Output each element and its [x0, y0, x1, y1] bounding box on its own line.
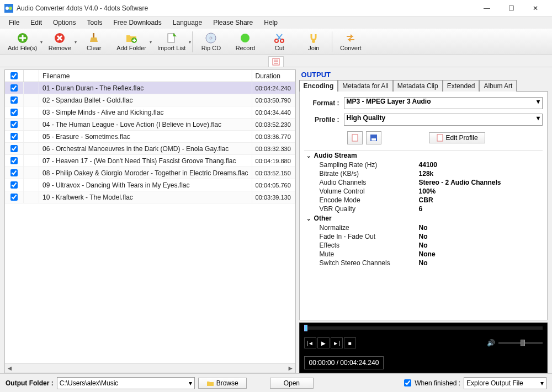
toolbar-convert[interactable]: Convert	[333, 31, 368, 52]
toolbar-add-folder[interactable]: Add Folder▾	[111, 31, 152, 52]
tab-metadata-all[interactable]: Metadata for All	[338, 80, 392, 92]
header-checkbox[interactable]	[5, 70, 24, 82]
volume-slider[interactable]	[498, 342, 543, 344]
toolbar-separator	[192, 31, 193, 52]
volume-icon: 🔊	[487, 339, 495, 347]
table-row[interactable]: 06 - Orchestral Manoeuvres in the Dark (…	[5, 143, 295, 155]
toolbar-rip-cd[interactable]: Rip CD	[194, 31, 228, 52]
when-finished-label: When finished :	[415, 379, 460, 387]
prop-section-header[interactable]: ⌄Audio Stream	[304, 151, 543, 160]
toolbar-record[interactable]: Record	[228, 31, 262, 52]
menu-options[interactable]: Options	[49, 18, 80, 28]
prop-row[interactable]: Encode ModeCBR	[304, 196, 543, 205]
toolbar-remove[interactable]: Remove▾	[43, 31, 77, 52]
row-checkbox[interactable]	[5, 94, 24, 106]
prop-key: Encode Mode	[320, 196, 419, 204]
toolbar-add-files[interactable]: Add File(s)▾	[2, 31, 43, 52]
table-row[interactable]: 09 - Ultravox - Dancing With Tears in My…	[5, 179, 295, 191]
row-checkbox[interactable]	[5, 119, 24, 130]
prop-row[interactable]: EffectsNo	[304, 241, 543, 250]
tab-extended[interactable]: Extended	[443, 80, 480, 92]
minimize-button[interactable]: —	[475, 0, 499, 17]
toolbar-join[interactable]: Join	[296, 31, 331, 52]
menu-help[interactable]: Help	[259, 18, 282, 28]
tab-encoding[interactable]: Encoding	[299, 80, 338, 92]
open-button[interactable]: Open	[270, 378, 314, 389]
format-select[interactable]: MP3 - MPEG Layer 3 Audio▾	[344, 97, 543, 109]
prop-row[interactable]: Volume Control100%	[304, 187, 543, 196]
row-checkbox[interactable]	[5, 106, 24, 118]
table-row[interactable]: 07 - Heaven 17 - (We Don't Need This) Fa…	[5, 155, 295, 167]
join-icon	[307, 32, 320, 44]
list-icon	[272, 58, 280, 66]
header-filename[interactable]: Filename	[39, 70, 252, 82]
save-profile-button[interactable]	[366, 131, 381, 144]
prop-row[interactable]: Sampling Rate (Hz)44100	[304, 160, 543, 169]
menu-language[interactable]: Language	[168, 18, 206, 28]
convert-icon	[344, 32, 357, 44]
top-tab[interactable]	[268, 56, 284, 67]
row-checkbox[interactable]	[5, 179, 24, 191]
when-finished-checkbox[interactable]	[404, 379, 411, 386]
row-checkbox[interactable]	[5, 82, 24, 94]
bottom-bar: Output Folder : C:\Users\alex\Music▾ Bro…	[0, 373, 552, 392]
tab-metadata-clip[interactable]: Metadata Clip	[393, 80, 443, 92]
table-row[interactable]: 08 - Philip Oakey & Giorgio Moroder - To…	[5, 167, 295, 179]
toolbar-import-list[interactable]: Import List▾	[152, 31, 191, 52]
svg-point-13	[210, 37, 212, 39]
prop-row[interactable]: Bitrate (KB/s)128k	[304, 169, 543, 178]
prop-value: 44100	[419, 161, 437, 169]
table-row[interactable]: 01 - Duran Duran - The Reflex.flac00:04:…	[5, 82, 295, 94]
row-checkbox[interactable]	[5, 131, 24, 142]
folder-plus-icon	[125, 32, 137, 44]
prop-key: Fade In - Fade Out	[320, 233, 419, 240]
browse-button[interactable]: Browse	[198, 378, 247, 389]
play-button[interactable]: ▶	[317, 337, 330, 348]
row-checkbox[interactable]	[5, 167, 24, 179]
when-finished-combo[interactable]: Explore Output File▾	[464, 377, 546, 389]
prop-row[interactable]: MuteNone	[304, 250, 543, 259]
output-folder-combo[interactable]: C:\Users\alex\Music▾	[57, 377, 195, 389]
maximize-button[interactable]: ☐	[499, 0, 523, 17]
prop-row[interactable]: Switch Stereo ChannelsNo	[304, 259, 543, 267]
row-checkbox[interactable]	[5, 143, 24, 154]
edit-profile-button[interactable]: Edit Profile	[429, 132, 485, 143]
toolbar-cut[interactable]: Cut	[262, 31, 296, 52]
profile-select[interactable]: High Quality▾	[344, 114, 543, 126]
row-checkbox[interactable]	[5, 155, 24, 167]
prev-button[interactable]: |◄	[304, 337, 316, 348]
menu-free-downloads[interactable]: Free Downloads	[109, 18, 166, 28]
table-row[interactable]: 04 - The Human League - Love Action (I B…	[5, 119, 295, 131]
row-filename: 06 - Orchestral Manoeuvres in the Dark (…	[39, 143, 252, 154]
menu-please-share[interactable]: Please Share	[209, 18, 257, 28]
scroll-left-icon[interactable]: ◄	[5, 364, 14, 373]
toolbar-clear[interactable]: Clear	[77, 31, 111, 52]
menu-file[interactable]: File	[4, 18, 24, 28]
horizontal-scrollbar[interactable]: ◄ ►	[5, 363, 295, 373]
prop-section-header[interactable]: ⌄Other	[304, 213, 543, 223]
progress-bar[interactable]	[304, 326, 543, 330]
tab-album-art[interactable]: Album Art	[479, 80, 517, 92]
menu-tools[interactable]: Tools	[82, 18, 107, 28]
row-checkbox[interactable]	[5, 191, 24, 203]
prop-row[interactable]: NormalizeNo	[304, 223, 543, 232]
next-button[interactable]: ►|	[331, 337, 343, 348]
prop-key: Volume Control	[320, 187, 419, 195]
property-grid[interactable]: ⌄Audio StreamSampling Rate (Hz)44100Bitr…	[304, 150, 543, 316]
table-row[interactable]: 10 - Kraftwerk - The Model.flac00:03:39.…	[5, 191, 295, 203]
table-row[interactable]: 05 - Erasure - Sometimes.flac00:03:36.77…	[5, 131, 295, 143]
row-duration: 00:03:50.790	[252, 94, 295, 106]
new-profile-button[interactable]	[347, 131, 363, 144]
table-row[interactable]: 03 - Simple Minds - Alive and Kicking.fl…	[5, 106, 295, 119]
table-row[interactable]: 02 - Spandau Ballet - Gold.flac00:03:50.…	[5, 94, 295, 106]
scroll-right-icon[interactable]: ►	[286, 364, 295, 373]
header-duration[interactable]: Duration	[252, 70, 295, 82]
prop-row[interactable]: Audio ChannelsStereo - 2 Audio Channels	[304, 178, 543, 187]
stop-button[interactable]: ■	[344, 337, 356, 348]
menu-edit[interactable]: Edit	[26, 18, 46, 28]
close-button[interactable]: ✕	[523, 0, 548, 17]
prop-row[interactable]: VBR Quality6	[304, 205, 543, 213]
broom-icon	[88, 32, 100, 44]
edit-icon	[436, 134, 444, 142]
prop-row[interactable]: Fade In - Fade OutNo	[304, 232, 543, 241]
